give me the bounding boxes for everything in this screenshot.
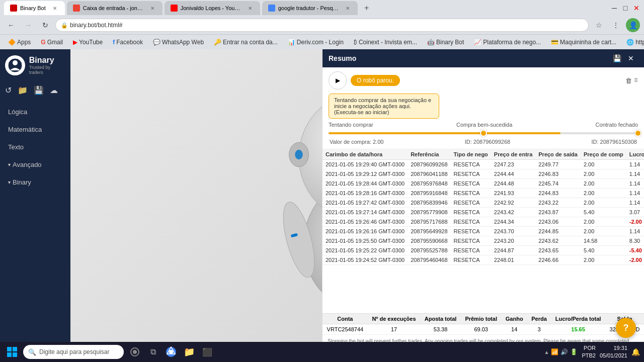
tab-close-binary-bot[interactable]: ✕ [51,4,59,12]
cell-7-0: 2021-01-05 19:26:16 GMT-0300 [323,227,408,236]
chevron-binary-icon: ▾ [8,179,11,185]
cell-4-0: 2021-01-05 19:27:42 GMT-0300 [323,198,408,208]
forward-button[interactable]: → [21,18,35,32]
profile-button[interactable]: 👤 [626,18,640,32]
progress-fill [329,132,560,134]
modal-close-button[interactable]: ✕ [624,51,638,65]
bookmark-button[interactable]: ☆ [592,18,606,32]
tab-gmail[interactable]: Caixa de entrada - jonivaldosotr... ✕ [67,1,163,15]
volume-icon[interactable]: 🔊 [560,348,568,355]
notification-icon[interactable]: 🔔 [631,348,640,356]
bookmark-binarybot[interactable]: 🤖 Binary Bot [423,38,468,47]
data-table-container[interactable]: Carimbo de data/hora Referência Tipo de … [323,149,644,313]
bookmark-apps[interactable]: 🔶 Apps [4,38,35,47]
bookmark-label-gmail: Gmail [47,39,63,46]
maximize-button[interactable]: □ [622,5,629,12]
taskbar-cortana-icon[interactable] [127,344,143,360]
cell-9-6: -5.40 [626,246,644,255]
cell-10-3: 2248.01 [491,255,535,265]
bookmark-plataforma[interactable]: 📈 Plataforma de nego... [470,38,545,47]
tab-binary-bot[interactable]: Binary Bot ✕ [4,1,65,15]
cell-5-2: RESETCA [451,208,491,217]
cell-9-2: RESETCA [451,246,491,255]
cell-9-0: 2021-01-05 19:25:22 GMT-0300 [323,246,408,255]
sum-col-perda: Perda [527,314,551,324]
tab-close-gmail[interactable]: ✕ [148,4,156,12]
bookmark-favicon-binarybot: 🤖 [427,39,435,46]
bookmark-entrar[interactable]: 🔑 Entrar na conta da... [210,38,282,47]
sidebar-logo: Binary Trusted by traders [0,49,70,81]
summary-table: Conta Nº de execuções Aposta total Prêmi… [323,314,644,335]
taskbar-taskview-icon[interactable]: ⧉ [145,344,161,360]
cell-5-4: 2243.87 [535,208,581,217]
minimize-button[interactable]: ─ [611,5,618,12]
tab-favicon-youtube [171,5,178,12]
close-button[interactable]: ✕ [633,5,640,12]
help-button[interactable]: ? [616,318,636,338]
sidebar-folder-button[interactable]: 📁 [18,85,28,95]
bookmark-favicon-youtube: ▶ [73,39,77,46]
taskbar-clock[interactable]: 19:31 05/01/2021 [600,344,627,360]
col-comp: Preço de comp [581,149,626,160]
sidebar-item-avancado[interactable]: ▾ Avançado [0,156,70,173]
sum-ganho: 14 [501,324,527,335]
cell-0-3: 2247.23 [491,160,535,169]
bookmark-deriv[interactable]: 📊 Deriv.com - Login [284,38,348,47]
back-button[interactable]: ← [4,18,18,32]
sidebar-save-button[interactable]: 💾 [34,85,44,95]
sidebar-item-logica[interactable]: Lógica [0,103,70,121]
left-controls: ▶ O robô parou. [329,71,400,89]
bookmark-label-whatsapp: WhatsApp Web [162,39,204,46]
sidebar-item-binary[interactable]: ▾ Binary [0,173,70,191]
bookmark-nada[interactable]: 🌐 https://nadaconsta... [622,38,644,47]
svg-rect-26 [7,347,12,351]
cell-10-2: RESETCA [451,255,491,265]
lang-text: POR [584,345,596,351]
tab-close-youtube[interactable]: ✕ [246,4,254,12]
bookmark-coinext[interactable]: ₿ Coinext - Invista em... [350,38,421,47]
cell-10-1: 208795460468 [408,255,450,265]
reload-button[interactable]: ↻ [38,18,52,32]
start-button[interactable] [4,344,20,360]
cell-3-6: 1.14 [626,189,644,198]
sidebar-cloud-button[interactable]: ☁ [50,85,58,95]
bookmark-gmail[interactable]: G Gmail [37,38,67,47]
cell-7-4: 2244.85 [535,227,581,236]
play-button[interactable]: ▶ [329,71,347,89]
taskbar-chrome-icon[interactable] [163,344,179,360]
taskbar-search-bar[interactable]: 🔍 Digite aqui para pesquisar [23,345,124,359]
address-bar[interactable]: 🔒 binary.bot/bot.html# [55,19,589,32]
modal-save-button[interactable]: 💾 [610,51,624,65]
tab-close-google[interactable]: ✕ [344,4,352,12]
table-row: 2021-01-05 19:28:16 GMT-0300208795916848… [323,189,644,198]
sidebar-logo-icon [5,55,25,75]
taskbar-files-icon[interactable]: 📁 [181,344,197,360]
bookmark-whatsapp[interactable]: 💬 WhatsApp Web [149,38,208,47]
cell-10-6: -2.00 [626,255,644,265]
cell-6-1: 208795717688 [408,217,450,227]
delete-button[interactable]: 🗑 ⠿ [625,77,638,84]
bookmark-youtube[interactable]: ▶ YouTube [69,38,107,47]
cell-10-0: 2021-01-05 19:24:52 GMT-0300 [323,255,408,265]
sum-col-execucoes: Nº de execuções [368,314,421,324]
cell-10-4: 2246.66 [535,255,581,265]
network-icon[interactable]: 📶 [551,348,558,355]
taskbar-apps: ⧉ 📁 ⬛ [127,344,215,360]
sidebar-item-texto[interactable]: Texto [0,138,70,156]
bookmark-maquininha[interactable]: 💳 Maquininha de cart... [547,38,620,47]
bookmark-facebook[interactable]: f Facebook [109,38,147,47]
cell-0-2: RESETCA [451,160,491,169]
status-badge: O robô parou. [351,75,400,86]
taskbar-cmd-icon[interactable]: ⬛ [199,344,215,360]
sum-aposta: 53.38 [420,324,461,335]
cell-2-1: 208795976848 [408,179,450,189]
new-tab-button[interactable]: + [360,1,374,15]
sidebar-item-matematica[interactable]: Matemática [0,121,70,138]
cell-9-5: 5.40 [581,246,626,255]
tab-google[interactable]: google tradutor - Pesquisa Goog... ✕ [262,1,358,15]
arrow-up-icon[interactable]: ▲ [544,349,549,355]
extensions-button[interactable]: ⋮ [609,18,623,32]
progress-dot-2 [634,130,641,137]
tab-youtube[interactable]: Jonivaldo Lopes - YouTube ✕ [165,1,260,15]
sidebar-refresh-button[interactable]: ↺ [5,85,12,95]
